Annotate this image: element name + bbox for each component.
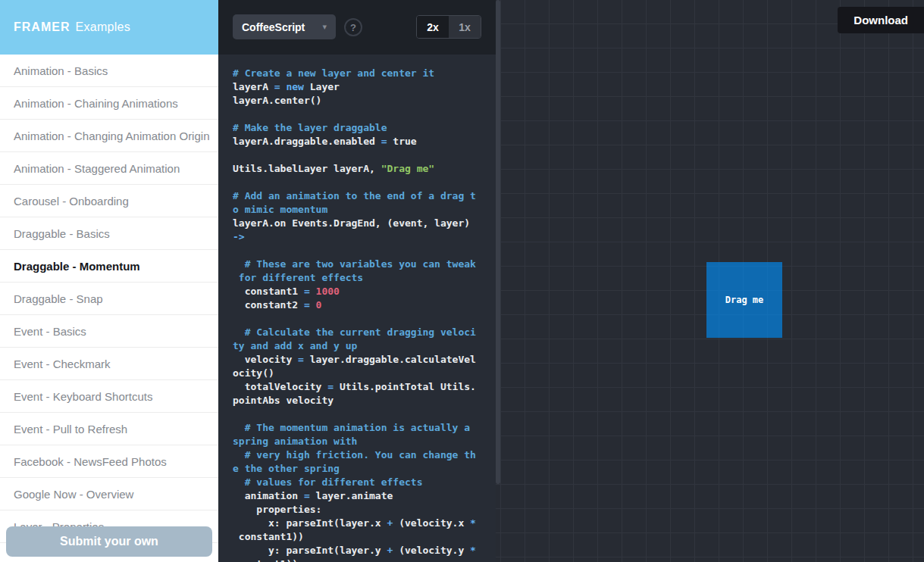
code-line: totalVelocity = Utils.pointTotal Utils. (233, 380, 488, 394)
brand-logo: FRAMER (14, 20, 70, 34)
code-line: constant1)) (233, 557, 488, 562)
code-line (233, 312, 488, 326)
code-line: o mimic momentum (233, 203, 488, 217)
examples-list: Animation - BasicsAnimation - Chaining A… (0, 55, 218, 543)
sidebar-item-label: Animation - Chaining Animations (14, 97, 178, 110)
code-line: ocity() (233, 367, 488, 380)
code-line: constant1 = 1000 (233, 285, 488, 298)
sidebar-item-label: Draggable - Momentum (14, 260, 140, 273)
sidebar-item[interactable]: Google Now - Overview (0, 478, 218, 510)
code-line: constant2 = 0 (233, 298, 488, 312)
preview-canvas: Download Drag me (496, 0, 924, 562)
sidebar-item[interactable]: Event - Pull to Refresh (0, 413, 218, 445)
zoom-option-1x[interactable]: 1x (449, 16, 481, 38)
code-line: spring animation with (233, 435, 488, 448)
code-line: layerA.center() (233, 94, 488, 108)
code-line (233, 407, 488, 421)
zoom-option-2x[interactable]: 2x (417, 16, 449, 38)
sidebar-item[interactable]: Facebook - NewsFeed Photos (0, 445, 218, 478)
language-dropdown[interactable]: CoffeeScript ▾ (233, 14, 336, 39)
sidebar-item-label: Animation - Basics (14, 64, 108, 77)
brand-header: FRAMER Examples (0, 0, 218, 55)
framer-examples-page: FRAMER Examples Animation - BasicsAnimat… (0, 0, 924, 562)
sidebar-item[interactable]: Event - Checkmark (0, 348, 218, 380)
sidebar-item-label: Facebook - NewsFeed Photos (14, 455, 167, 468)
code-line: # The momentum animation is actually a (233, 421, 488, 435)
brand-suffix: Examples (75, 20, 130, 34)
code-line: velocity = layer.draggable.calculateVel (233, 353, 488, 367)
code-line: layerA = new Layer (233, 80, 488, 94)
question-mark-icon: ? (350, 22, 356, 33)
sidebar-item[interactable]: Event - Basics (0, 315, 218, 348)
editor-toolbar: CoffeeScript ▾ ? 2x1x (218, 0, 496, 55)
code-line: properties: (233, 503, 488, 517)
code-line (233, 176, 488, 189)
code-line (233, 108, 488, 121)
sidebar-item-label: Event - Basics (14, 325, 86, 338)
chevron-down-icon: ▾ (322, 22, 327, 32)
code-line: # These are two variables you can tweak (233, 258, 488, 271)
code-line: ty and add x and y up (233, 339, 488, 353)
code-line: for different effects (233, 271, 488, 285)
sidebar-item-label: Event - Keyboard Shortcuts (14, 390, 152, 403)
sidebar-item[interactable]: Animation - Staggered Animation (0, 152, 218, 185)
code-line: Utils.labelLayer layerA, "Drag me" (233, 162, 488, 176)
code-line (233, 148, 488, 162)
sidebar-item[interactable]: Animation - Changing Animation Origin (0, 120, 218, 152)
code-line: animation = layer.animate (233, 489, 488, 503)
sidebar-item[interactable]: Draggable - Snap (0, 283, 218, 315)
code-line: x: parseInt(layer.x + (velocity.x * (233, 517, 488, 530)
code-line (233, 244, 488, 258)
sidebar: FRAMER Examples Animation - BasicsAnimat… (0, 0, 218, 562)
drag-me-layer[interactable]: Drag me (706, 262, 782, 338)
code-line: pointAbs velocity (233, 394, 488, 407)
help-button[interactable]: ? (344, 18, 362, 36)
code-line: layerA.draggable.enabled = true (233, 135, 488, 148)
code-line: -> (233, 230, 488, 244)
code-line: # Add an animation to the end of a drag … (233, 189, 488, 203)
sidebar-item[interactable]: Animation - Chaining Animations (0, 87, 218, 120)
code-line: # Calculate the current dragging veloci (233, 326, 488, 339)
language-dropdown-label: CoffeeScript (242, 21, 322, 33)
sidebar-item-label: Draggable - Snap (14, 292, 103, 305)
sidebar-item-label: Draggable - Basics (14, 227, 110, 240)
sidebar-item-label: Event - Checkmark (14, 357, 111, 370)
code-line: layerA.on Events.DragEnd, (event, layer) (233, 217, 488, 230)
code-editor-panel: CoffeeScript ▾ ? 2x1x # Create a new lay… (218, 0, 496, 562)
editor-scrollbar[interactable] (496, 0, 500, 484)
zoom-toggle: 2x1x (416, 15, 481, 39)
code-line: # values for different effects (233, 476, 488, 489)
sidebar-item[interactable]: Carousel - Onboarding (0, 185, 218, 217)
sidebar-item[interactable]: Draggable - Momentum (0, 250, 218, 283)
sidebar-item-label: Google Now - Overview (14, 488, 133, 501)
submit-your-own-button[interactable]: Submit your own (6, 526, 212, 557)
code-line: constant1)) (233, 530, 488, 544)
download-button[interactable]: Download (838, 7, 924, 33)
sidebar-item-label: Carousel - Onboarding (14, 195, 129, 208)
code-line: # Make the layer draggable (233, 121, 488, 135)
sidebar-item-label: Event - Pull to Refresh (14, 423, 127, 436)
sidebar-item[interactable]: Animation - Basics (0, 55, 218, 87)
code-line: e the other spring (233, 462, 488, 476)
code-editor[interactable]: # Create a new layer and center itlayerA… (218, 55, 496, 562)
code-line: # very high friction. You can change th (233, 448, 488, 462)
code-line: # Create a new layer and center it (233, 67, 488, 80)
sidebar-item-label: Animation - Staggered Animation (14, 162, 180, 175)
code-line: y: parseInt(layer.y + (velocity.y * (233, 544, 488, 557)
sidebar-item[interactable]: Draggable - Basics (0, 217, 218, 250)
sidebar-item[interactable]: Event - Keyboard Shortcuts (0, 380, 218, 413)
sidebar-item-label: Animation - Changing Animation Origin (14, 130, 209, 142)
